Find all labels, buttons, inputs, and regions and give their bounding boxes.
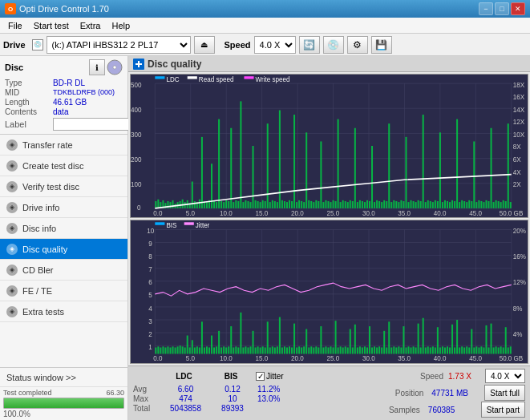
svg-rect-321 (393, 346, 394, 353)
svg-rect-363 (496, 346, 497, 353)
nav-extra-tests[interactable]: ◈ Extra tests (0, 301, 127, 322)
maximize-button[interactable]: □ (495, 2, 509, 15)
progress-status-row: Test completed 66.30 (3, 389, 124, 397)
svg-rect-40 (199, 200, 200, 208)
type-label: Type (5, 79, 53, 87)
start-part-button[interactable]: Start part (481, 402, 525, 418)
svg-rect-396 (155, 222, 164, 224)
disc-image (107, 59, 123, 75)
menu-file[interactable]: File (3, 18, 27, 33)
nav-transfer-rate[interactable]: ◈ Transfer rate (0, 135, 127, 155)
svg-rect-322 (395, 347, 397, 353)
speed-bottom-select[interactable]: 4.0 X (485, 369, 525, 383)
position-value: 47731 MB (431, 389, 479, 398)
svg-text:7: 7 (148, 265, 152, 274)
svg-rect-86 (310, 201, 312, 208)
speed-stat-label: Speed (420, 372, 443, 381)
svg-text:10: 10 (147, 227, 154, 236)
svg-rect-317 (383, 331, 385, 354)
menu-extra[interactable]: Extra (75, 18, 106, 33)
label-input[interactable] (53, 118, 129, 131)
svg-rect-98 (340, 202, 342, 208)
status-window-button[interactable]: Status window >> (0, 368, 127, 387)
svg-rect-247 (213, 347, 215, 353)
nav-disc-info[interactable]: ◈ Disc info (0, 218, 127, 239)
length-value: 46.61 GB (53, 98, 87, 107)
save-button[interactable]: 💾 (371, 36, 392, 54)
nav-verify-test-disc[interactable]: ◈ Verify test disc (0, 176, 127, 197)
menu-help[interactable]: Help (107, 18, 135, 33)
svg-rect-152 (471, 201, 472, 208)
svg-text:3: 3 (148, 317, 152, 325)
svg-rect-259 (242, 347, 244, 353)
svg-rect-61 (250, 202, 252, 208)
speed-stat-value: 1.73 X (448, 372, 480, 381)
svg-rect-80 (296, 202, 297, 208)
disc-info-icon[interactable]: ℹ (89, 59, 105, 75)
svg-rect-301 (345, 346, 346, 353)
svg-rect-52 (228, 201, 229, 208)
nav-fe-te[interactable]: ◈ FE / TE (0, 281, 127, 301)
test-button[interactable]: 💿 (323, 36, 344, 54)
contents-label: Contents (5, 107, 53, 116)
svg-text:16X: 16X (513, 93, 525, 101)
disc-quality-header: Disc quality (128, 56, 530, 72)
total-label: Total (133, 404, 159, 413)
svg-rect-140 (442, 202, 443, 208)
svg-rect-4 (131, 75, 528, 217)
start-full-button[interactable]: Start full (484, 385, 525, 401)
svg-rect-158 (485, 200, 487, 208)
nav-extra-tests-label: Extra tests (22, 307, 64, 317)
eject-button[interactable]: ⏏ (194, 36, 215, 54)
svg-rect-359 (485, 325, 487, 354)
svg-rect-159 (488, 201, 490, 208)
ldc-total: 5043858 (164, 404, 208, 413)
minimize-button[interactable]: − (479, 2, 493, 15)
progress-pct: 100.0% (3, 410, 30, 418)
nav-transfer-rate-label: Transfer rate (22, 140, 73, 150)
length-label: Length (5, 98, 53, 107)
svg-text:15.0: 15.0 (256, 208, 269, 216)
nav-disc-quality[interactable]: ◈ Disc quality (0, 239, 127, 260)
svg-text:20%: 20% (513, 227, 526, 236)
menu-start-test[interactable]: Start test (29, 18, 74, 33)
svg-text:2X: 2X (513, 180, 521, 188)
bis-chart: 10 9 8 7 6 5 4 3 2 1 20% 16% 12% 8% 4% (130, 220, 528, 364)
total-row: Total 5043858 89393 (133, 404, 305, 413)
svg-text:300: 300 (131, 130, 142, 138)
svg-rect-263 (253, 331, 254, 354)
nav-cd-bler[interactable]: ◈ CD Bler (0, 260, 127, 281)
svg-rect-125 (405, 137, 407, 208)
svg-rect-360 (488, 347, 490, 353)
svg-rect-139 (439, 132, 441, 208)
svg-rect-230 (172, 346, 174, 353)
svg-rect-127 (411, 200, 412, 208)
svg-rect-155 (478, 200, 479, 208)
disc-quality-title: Disc quality (148, 59, 201, 70)
svg-rect-48 (218, 119, 220, 208)
ldc-header: LDC (162, 372, 206, 381)
label-label: Label (5, 119, 53, 129)
svg-rect-153 (473, 141, 475, 208)
svg-text:10.0: 10.0 (220, 353, 233, 362)
nav-create-test-disc[interactable]: ◈ Create test disc (0, 155, 127, 176)
contents-value: data (53, 107, 68, 116)
nav-drive-info[interactable]: ◈ Drive info (0, 197, 127, 218)
svg-text:10.0: 10.0 (220, 208, 233, 216)
svg-rect-93 (327, 201, 329, 208)
drive-select[interactable]: (k:) ATAPI iHBS312 2 PL17 (47, 36, 191, 54)
refresh-button[interactable]: 🔄 (299, 36, 320, 54)
svg-rect-332 (420, 347, 422, 353)
svg-rect-88 (315, 200, 317, 208)
settings-button[interactable]: ⚙ (347, 36, 368, 54)
svg-text:0.0: 0.0 (153, 208, 162, 216)
svg-rect-99 (342, 200, 344, 208)
close-button[interactable]: ✕ (511, 2, 525, 15)
status-text: Test completed (3, 389, 52, 397)
svg-text:35.0: 35.0 (398, 353, 411, 362)
svg-rect-96 (335, 201, 337, 208)
svg-rect-120 (393, 200, 394, 208)
bis-header: BIS (211, 372, 251, 381)
jitter-checkbox[interactable]: ✓ (256, 372, 265, 381)
speed-select[interactable]: 4.0 X (254, 36, 296, 54)
